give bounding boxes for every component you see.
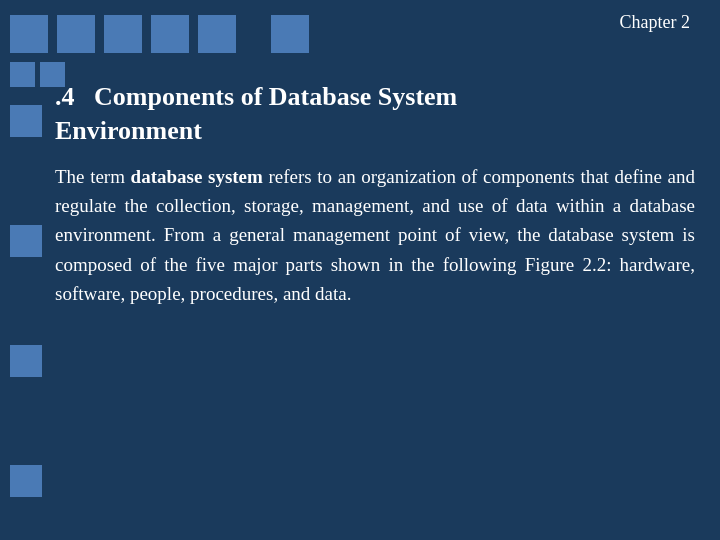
top-sq-block: [10, 15, 313, 57]
side-sq-3: [10, 345, 42, 377]
deco-sq-5: [198, 15, 236, 53]
deco-sq-3: [104, 15, 142, 53]
bold-term-database-system: database system: [131, 166, 263, 187]
section-number: .4: [55, 82, 75, 111]
top-decorative-squares: [10, 15, 710, 57]
section-title-part1: Components of Database System: [94, 82, 457, 111]
deco-sq-6: [271, 15, 309, 53]
section-title: .4 Components of Database System Environ…: [55, 80, 695, 148]
slide-container: Chapter 2 .4 Components of Database Sy: [0, 0, 720, 540]
deco-sq-1: [10, 15, 48, 53]
deco-sq-2: [57, 15, 95, 53]
side-sq-2: [10, 225, 42, 257]
side-sq-1: [10, 105, 42, 137]
side-sq-4: [10, 465, 42, 497]
deco-sq-s1: [10, 62, 35, 87]
deco-sq-4: [151, 15, 189, 53]
body-text: The term database system refers to an or…: [55, 162, 695, 309]
left-side-squares: [10, 105, 42, 540]
main-content: .4 Components of Database System Environ…: [55, 80, 695, 520]
section-title-part2: Environment: [55, 116, 202, 145]
